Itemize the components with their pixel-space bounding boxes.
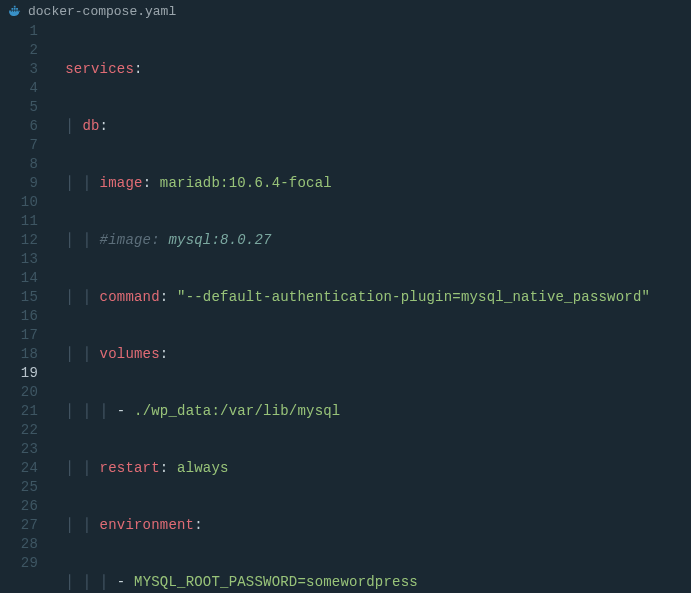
- yaml-value: always: [177, 459, 229, 478]
- line-number: 21: [0, 402, 38, 421]
- line-number: 6: [0, 117, 38, 136]
- line-number: 22: [0, 421, 38, 440]
- yaml-value: "--default-authentication-plugin=mysql_n…: [177, 288, 650, 307]
- code-editor[interactable]: 1234567891011121314151617181920212223242…: [0, 22, 691, 593]
- line-number: 20: [0, 383, 38, 402]
- line-number: 8: [0, 155, 38, 174]
- yaml-key: environment: [100, 516, 195, 535]
- line-number: 26: [0, 497, 38, 516]
- yaml-key: db: [82, 117, 99, 136]
- yaml-comment: mysql:8.0.27: [168, 231, 271, 250]
- line-number: 4: [0, 79, 38, 98]
- line-number: 10: [0, 193, 38, 212]
- line-number: 25: [0, 478, 38, 497]
- line-number: 23: [0, 440, 38, 459]
- line-number: 13: [0, 250, 38, 269]
- filename-label: docker-compose.yaml: [28, 4, 176, 19]
- line-number: 16: [0, 307, 38, 326]
- docker-icon: [8, 4, 22, 18]
- editor-tab[interactable]: docker-compose.yaml: [0, 0, 691, 22]
- yaml-key: restart: [100, 459, 160, 478]
- yaml-key: image: [100, 174, 143, 193]
- line-number: 9: [0, 174, 38, 193]
- line-number: 24: [0, 459, 38, 478]
- yaml-value: ./wp_data:/var/lib/mysql: [134, 402, 340, 421]
- line-number: 3: [0, 60, 38, 79]
- yaml-key: services: [65, 60, 134, 79]
- line-number: 1: [0, 22, 38, 41]
- code-content[interactable]: services: │ db: │ │ image: mariadb:10.6.…: [48, 22, 691, 593]
- line-number: 19: [0, 364, 38, 383]
- line-number: 27: [0, 516, 38, 535]
- line-number: 14: [0, 269, 38, 288]
- line-number: 5: [0, 98, 38, 117]
- line-number: 17: [0, 326, 38, 345]
- line-number: 29: [0, 554, 38, 573]
- yaml-key: command: [100, 288, 160, 307]
- yaml-value: MYSQL_ROOT_PASSWORD=somewordpress: [134, 573, 418, 592]
- line-number: 15: [0, 288, 38, 307]
- line-number: 12: [0, 231, 38, 250]
- line-number: 11: [0, 212, 38, 231]
- line-number-gutter: 1234567891011121314151617181920212223242…: [0, 22, 48, 593]
- line-number: 7: [0, 136, 38, 155]
- yaml-key: volumes: [100, 345, 160, 364]
- line-number: 18: [0, 345, 38, 364]
- line-number: 28: [0, 535, 38, 554]
- yaml-value: mariadb:10.6.4-focal: [160, 174, 332, 193]
- yaml-comment: #image:: [100, 231, 160, 250]
- line-number: 2: [0, 41, 38, 60]
